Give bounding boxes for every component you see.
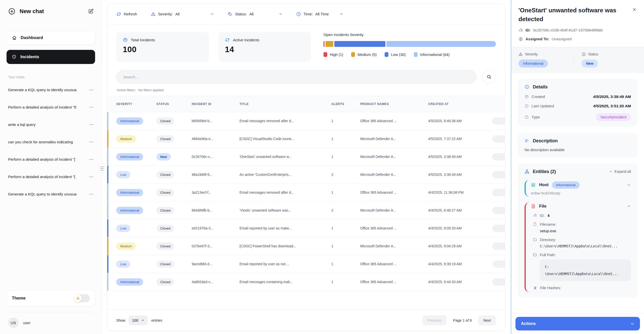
chat-menu-icon[interactable]: ⋯ (89, 122, 94, 127)
close-icon[interactable] (632, 6, 637, 12)
chat-item[interactable]: can you check for anomalies indicating ⋯ (7, 133, 95, 151)
severity-badge: Informational (116, 207, 143, 214)
hierarchy-icon (525, 169, 530, 174)
severity-bar-segment (386, 41, 496, 47)
chevron-down-icon[interactable] (627, 183, 631, 187)
sidebar-item-dashboard[interactable]: Dashboard (7, 31, 95, 45)
legend-item: High (1) (324, 52, 343, 57)
table-row[interactable]: Informational Closed 3a213ecf-f... Email… (107, 184, 505, 202)
theme-card: Theme (7, 290, 95, 307)
table-row[interactable]: Low Closed 9acedbf4-d... Email reported … (107, 255, 505, 273)
compose-icon[interactable] (88, 9, 94, 14)
user-row[interactable]: US user (7, 312, 95, 328)
severity-badge: Low (116, 171, 130, 178)
alerts-cell: 1 (331, 155, 360, 159)
product-names-cell: Microsoft Defender A... (360, 208, 428, 212)
chevron-up-icon[interactable] (627, 204, 631, 208)
description-heading: Description (533, 138, 558, 144)
chat-title: Perform a detailed analysis of incident … (8, 157, 87, 161)
chat-menu-icon[interactable]: ⋯ (89, 139, 94, 145)
product-names-cell: Office 365 Advanced ... (360, 190, 428, 194)
chat-item[interactable]: Perform a detailed analysis of incident … (7, 98, 95, 116)
severity-filter[interactable]: Severity: All (151, 12, 214, 17)
severity-legend: High (1) Medium (5) Low (30) Information… (324, 52, 496, 57)
sun-icon (76, 296, 80, 300)
sidebar-resize-handle[interactable] (99, 164, 105, 173)
status-filter[interactable]: Status: All (228, 12, 283, 17)
severity-filter-label: Severity: (158, 12, 173, 16)
table-row[interactable]: Medium Closed 037be87f-3... [CSOC] Power… (107, 237, 505, 255)
table-row[interactable]: Medium Closed 4664e90a-e... [CSOC] Visua… (107, 130, 505, 148)
chevron-down-icon (340, 12, 343, 16)
alerts-cell: 2 (331, 173, 360, 177)
chat-menu-icon[interactable]: ⋯ (89, 157, 94, 162)
previous-page-button[interactable]: Previous (422, 315, 447, 325)
clipped-cell (492, 260, 505, 268)
type-badge: SecurityIncident (596, 113, 631, 121)
chat-menu-icon[interactable]: ⋯ (89, 87, 94, 92)
search-button[interactable] (482, 70, 496, 84)
total-incidents-value: 100 (123, 45, 202, 54)
table-row[interactable]: Low Closed 98a1b69f-6... An active 'Cust… (107, 166, 505, 184)
created-at-cell: 4/5/2025, 8:40:38 AM (428, 119, 492, 123)
clipped-cell (492, 189, 505, 196)
expand-all-button[interactable]: Expand all (609, 170, 631, 174)
full-path-value: C: \Users\HERMSTJ\AppData\Local\OneS... (540, 259, 631, 281)
search-input[interactable] (116, 70, 477, 84)
alerts-cell: 1 (331, 119, 360, 123)
chat-title: Perform a detailed analysis of incident … (8, 175, 87, 179)
table-row[interactable]: Informational Closed b6585fe8-b... Email… (107, 112, 505, 130)
panel-scroll-area[interactable]: Details Created 4/5/2025, 3:38:49 AM Las… (511, 73, 644, 313)
expand-all-label: Expand all (615, 170, 631, 174)
show-label: Show (116, 318, 125, 322)
created-at-cell: 4/5/2025, 3:38:49 AM (428, 173, 492, 177)
chat-menu-icon[interactable]: ⋯ (89, 191, 94, 197)
product-names-cell: Microsoft Defender A... (360, 155, 428, 159)
alerts-cell: 1 (331, 244, 360, 248)
chevron-down-icon (210, 12, 214, 16)
table-row[interactable]: Informational Closed 4a882da3-c... Email… (107, 273, 505, 291)
fingerprint-icon (533, 213, 537, 218)
entities-heading: Entities (2) (533, 169, 556, 174)
status-filter-value: All (249, 12, 254, 16)
title-cell: Email messages removed after d... (239, 190, 331, 194)
avatar: US (8, 317, 19, 328)
chat-item[interactable]: Generate a KQL query to identify unusua … (7, 81, 95, 98)
table-row[interactable]: Informational New 0c28706c-c... 'OneStar… (107, 148, 505, 166)
theme-toggle[interactable] (74, 294, 90, 302)
page-size-select[interactable]: 100 (129, 316, 148, 325)
clipped-cell (492, 278, 505, 286)
active-filters: Active filters: No filters applied (107, 84, 505, 96)
briefcase-icon (123, 37, 128, 42)
chat-item[interactable]: Generate a KQL query to identify unusua … (7, 185, 95, 203)
table-row[interactable]: Informational Closed 864d89fb-b... 'Vtoo… (107, 202, 505, 219)
table-row[interactable]: Low Closed e021876a-3... Email reported … (107, 219, 505, 237)
page-info: Page 1 of 9 (453, 318, 472, 322)
refresh-button[interactable]: Refresh (116, 12, 137, 17)
time-filter[interactable]: Time: All Time (296, 12, 343, 17)
new-chat-button[interactable]: New chat (7, 7, 95, 16)
title-cell: [CSOC] PowerShell has download... (239, 244, 331, 248)
sidebar-item-incidents[interactable]: Incidents (7, 50, 95, 64)
severity-chart: Open Incidents Severity High (1) Medium … (324, 32, 496, 57)
chat-item[interactable]: write a kql query ⋯ (7, 116, 95, 133)
title-cell: An active 'CustomCertEnterpris... (239, 173, 331, 177)
severity-bar-segment (334, 41, 385, 47)
actions-label: Actions (521, 321, 536, 326)
status-badge: Closed (156, 260, 174, 268)
chat-menu-icon[interactable]: ⋯ (89, 105, 94, 110)
chat-item[interactable]: Perform a detailed analysis of incident … (7, 151, 95, 168)
entity-host[interactable]: Host Informational enbw-5cd246cqty (525, 180, 631, 197)
next-page-button[interactable]: Next (478, 315, 496, 325)
chat-item[interactable]: Perform a detailed analysis of incident … (7, 168, 95, 185)
chat-menu-icon[interactable]: ⋯ (89, 174, 94, 179)
chevron-down-icon (141, 319, 144, 322)
chat-title: write a kql query (8, 122, 87, 127)
entity-file[interactable]: File ID: 4 (525, 202, 631, 292)
entity-type-label: File (539, 204, 546, 209)
panel-footer: Actions (511, 313, 644, 334)
actions-button[interactable]: Actions (515, 317, 640, 330)
product-names-cell: Microsoft Defender A... (360, 137, 428, 141)
severity-bar-segment (326, 41, 333, 47)
incident-id-cell: 4664e90a-e... (192, 137, 239, 141)
